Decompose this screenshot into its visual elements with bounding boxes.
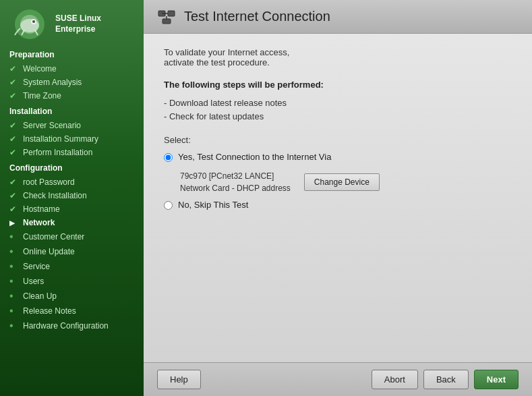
select-label: Select:	[164, 135, 512, 145]
sidebar-item-check-installation[interactable]: ✔ Check Installation	[0, 189, 144, 202]
check-icon: ✔	[9, 191, 19, 200]
preparation-section-label: Preparation	[0, 46, 144, 62]
main-footer: Help Abort Back Next	[144, 362, 532, 396]
bullet-icon: •	[9, 261, 19, 272]
sidebar-item-root-password[interactable]: ✔ root Password	[0, 175, 144, 189]
bullet-icon: •	[9, 231, 19, 242]
sidebar-item-label: Time Zone	[23, 91, 61, 101]
change-device-button[interactable]: Change Device	[304, 173, 380, 191]
check-icon: ✔	[9, 121, 19, 130]
radio-yes[interactable]	[164, 153, 173, 162]
sidebar-item-label: Clean Up	[23, 291, 57, 301]
sidebar-item-label: root Password	[23, 177, 75, 187]
step-item-2: - Check for latest updates	[164, 111, 512, 121]
intro-text: To validate your Internet access, activa…	[164, 47, 512, 67]
sidebar-item-system-analysis[interactable]: ✔ System Analysis	[0, 76, 144, 89]
sidebar-item-release-notes[interactable]: • Release Notes	[0, 304, 144, 318]
radio-option-yes[interactable]: Yes, Test Connection to the Internet Via	[164, 152, 512, 162]
suse-logo-icon	[9, 8, 50, 40]
main-content: Test Internet Connection To validate you…	[144, 0, 532, 396]
steps-heading: The following steps will be performed:	[164, 80, 512, 90]
bullet-icon: •	[9, 320, 19, 331]
radio-no[interactable]	[164, 201, 173, 210]
bullet-icon: •	[9, 276, 19, 287]
check-icon: ✔	[9, 134, 19, 144]
check-icon: ✔	[9, 64, 19, 74]
footer-right: Abort Back Next	[372, 370, 519, 389]
radio-group: Yes, Test Connection to the Internet Via…	[164, 152, 512, 210]
sidebar-item-label: System Analysis	[23, 78, 82, 87]
sidebar-item-label: Hardware Configuration	[23, 321, 109, 331]
check-icon: ✔	[9, 148, 19, 157]
steps-list: - Download latest release notes - Check …	[164, 98, 512, 121]
check-icon: ✔	[9, 78, 19, 87]
bullet-icon: •	[9, 246, 19, 257]
svg-rect-9	[162, 19, 171, 24]
sidebar-item-label: Hostname	[23, 204, 60, 214]
configuration-section-label: Configuration	[0, 159, 144, 175]
sidebar-item-label: Users	[23, 277, 44, 286]
sidebar-item-hardware-configuration[interactable]: • Hardware Configuration	[0, 318, 144, 333]
device-name: 79c970 [PCnet32 LANCE]	[180, 170, 291, 182]
installation-section-label: Installation	[0, 103, 144, 119]
sidebar-item-label: Check Installation	[23, 191, 87, 200]
main-body: To validate your Internet access, activa…	[144, 34, 532, 362]
sidebar-item-time-zone[interactable]: ✔ Time Zone	[0, 89, 144, 103]
check-icon: ✔	[9, 91, 19, 101]
page-header: Test Internet Connection	[144, 0, 532, 34]
sidebar-item-clean-up[interactable]: • Clean Up	[0, 289, 144, 304]
sidebar-logo: SUSE Linux Enterprise	[0, 0, 144, 46]
sidebar-item-installation-summary[interactable]: ✔ Installation Summary	[0, 132, 144, 146]
arrow-icon: ▶	[9, 219, 19, 227]
check-icon: ✔	[9, 204, 19, 214]
sidebar-item-service[interactable]: • Service	[0, 259, 144, 274]
sidebar-item-online-update[interactable]: • Online Update	[0, 244, 144, 259]
device-info: 79c970 [PCnet32 LANCE] Network Card - DH…	[180, 170, 512, 194]
next-button[interactable]: Next	[474, 370, 519, 389]
sidebar-item-users[interactable]: • Users	[0, 274, 144, 289]
sidebar-item-label: Perform Installation	[23, 148, 92, 157]
intro-line2: activate the test procedure.	[164, 57, 512, 67]
help-button[interactable]: Help	[157, 370, 201, 389]
svg-rect-8	[168, 11, 175, 16]
radio-no-label: No, Skip This Test	[178, 200, 248, 210]
device-type: Network Card - DHCP address	[180, 182, 291, 194]
sidebar: SUSE Linux Enterprise Preparation ✔ Welc…	[0, 0, 144, 396]
device-text: 79c970 [PCnet32 LANCE] Network Card - DH…	[180, 170, 291, 194]
sidebar-item-label: Online Update	[23, 247, 75, 256]
sidebar-item-label: Welcome	[23, 64, 57, 74]
sidebar-item-label: Customer Center	[23, 232, 84, 242]
bullet-icon: •	[9, 291, 19, 302]
back-button[interactable]: Back	[423, 370, 469, 389]
check-icon: ✔	[9, 177, 19, 187]
sidebar-item-label: Installation Summary	[23, 134, 98, 144]
radio-yes-label: Yes, Test Connection to the Internet Via	[178, 152, 331, 162]
network-icon	[157, 9, 176, 24]
radio-option-no[interactable]: No, Skip This Test	[164, 200, 512, 210]
step-item-1: - Download latest release notes	[164, 98, 512, 108]
svg-point-4	[32, 20, 35, 23]
sidebar-item-label: Server Scenario	[23, 121, 81, 130]
sidebar-item-label: Network	[23, 218, 55, 227]
sidebar-item-hostname[interactable]: ✔ Hostname	[0, 202, 144, 216]
sidebar-item-network[interactable]: ▶ Network	[0, 216, 144, 229]
sidebar-item-server-scenario[interactable]: ✔ Server Scenario	[0, 119, 144, 132]
sidebar-item-perform-installation[interactable]: ✔ Perform Installation	[0, 146, 144, 159]
page-title: Test Internet Connection	[184, 9, 330, 24]
abort-button[interactable]: Abort	[372, 370, 418, 389]
logo-text: SUSE Linux Enterprise	[55, 13, 101, 34]
bullet-icon: •	[9, 306, 19, 316]
footer-left: Help	[157, 370, 201, 389]
sidebar-item-label: Service	[23, 262, 50, 271]
sidebar-item-customer-center[interactable]: • Customer Center	[0, 229, 144, 244]
sidebar-item-label: Release Notes	[23, 306, 76, 316]
intro-line1: To validate your Internet access,	[164, 47, 512, 57]
sidebar-item-welcome[interactable]: ✔ Welcome	[0, 62, 144, 76]
